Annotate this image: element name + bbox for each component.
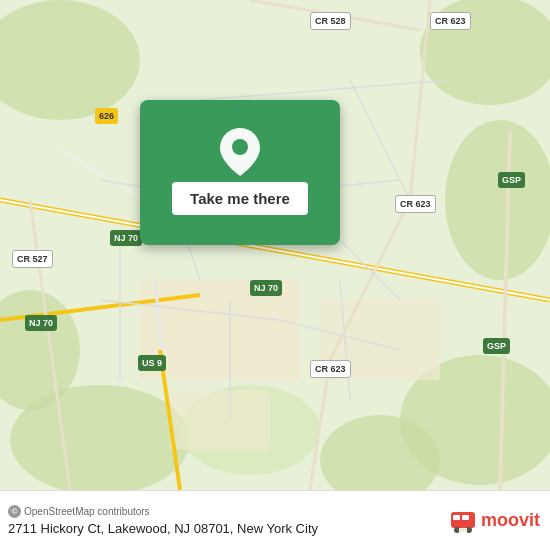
osm-text: OpenStreetMap contributors — [24, 506, 150, 517]
address-text: 2711 Hickory Ct, Lakewood, NJ 08701, New… — [8, 521, 318, 536]
svg-point-35 — [232, 139, 248, 155]
road-label-626: 626 — [95, 108, 118, 124]
road-label-cr623-top: CR 623 — [430, 12, 471, 30]
svg-point-3 — [445, 120, 550, 280]
road-label-cr528: CR 528 — [310, 12, 351, 30]
road-label-cr623-mid: CR 623 — [395, 195, 436, 213]
svg-rect-38 — [462, 515, 469, 520]
location-pin-icon — [218, 130, 262, 174]
road-label-nj70-3: NJ 70 — [25, 315, 57, 331]
road-label-nj70-2: NJ 70 — [250, 280, 282, 296]
take-me-there-button[interactable]: Take me there — [172, 182, 308, 215]
svg-rect-37 — [453, 515, 460, 520]
info-left: © OpenStreetMap contributors 2711 Hickor… — [8, 505, 318, 536]
location-card: Take me there — [140, 100, 340, 245]
road-label-gsp-bot: GSP — [483, 338, 510, 354]
svg-rect-11 — [170, 390, 270, 450]
road-label-cr527: CR 527 — [12, 250, 53, 268]
copyright-icon: © — [8, 505, 21, 518]
info-bar: © OpenStreetMap contributors 2711 Hickor… — [0, 490, 550, 550]
road-label-us9: US 9 — [138, 355, 166, 371]
moovit-bus-icon — [449, 507, 477, 535]
road-label-cr623-bot: CR 623 — [310, 360, 351, 378]
moovit-logo: moovit — [449, 507, 540, 535]
road-label-nj70-1: NJ 70 — [110, 230, 142, 246]
map-container: CR 528 CR 623 CR 623 CR 623 CR 527 NJ 70… — [0, 0, 550, 490]
osm-copyright: © OpenStreetMap contributors — [8, 505, 318, 518]
svg-rect-41 — [459, 528, 467, 532]
moovit-text: moovit — [481, 510, 540, 531]
road-label-gsp-top: GSP — [498, 172, 525, 188]
